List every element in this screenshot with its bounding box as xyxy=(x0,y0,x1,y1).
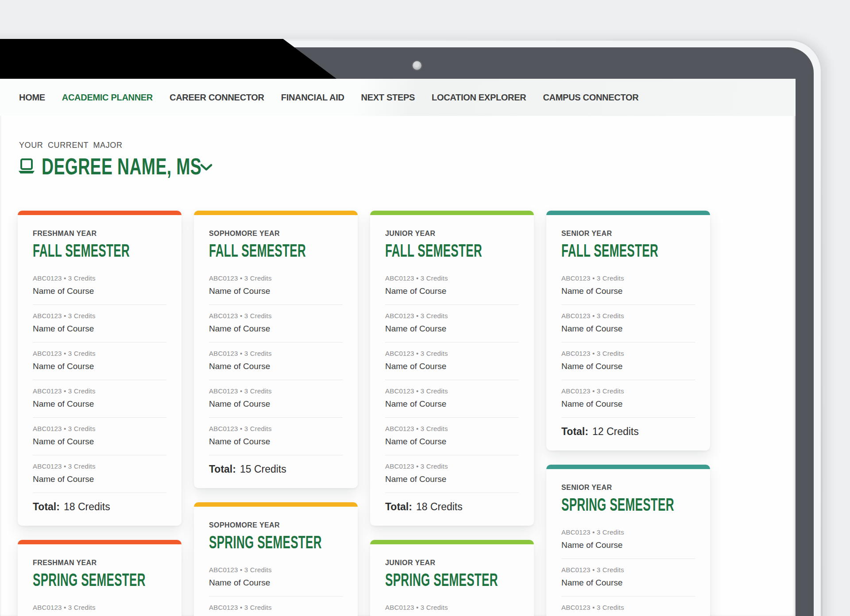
semester-card: FRESHMAN YEAR FALL SEMESTER ABC0123 • 3 … xyxy=(18,211,182,526)
course-item: ABC0123 • 3 CreditsName of Course xyxy=(33,343,166,380)
column-freshman: FRESHMAN YEAR FALL SEMESTER ABC0123 • 3 … xyxy=(18,211,182,616)
card-accent-bar xyxy=(18,540,182,544)
course-code: ABC0123 • 3 Credits xyxy=(209,566,343,574)
card-semester-title: FALL SEMESTER xyxy=(385,241,472,260)
card-year-label: JUNIOR YEAR xyxy=(385,229,519,238)
course-item: ABC0123 • 3 CreditsName of Course xyxy=(561,305,695,343)
card-year-label: SOPHOMORE YEAR xyxy=(209,229,343,238)
card-semester-title: FALL SEMESTER xyxy=(561,241,648,260)
course-name: Name of Course xyxy=(561,286,695,296)
course-name: Name of Course xyxy=(561,578,695,588)
course-item: ABC0123 • 3 CreditsName of Course xyxy=(385,267,519,305)
course-code: ABC0123 • 3 Credits xyxy=(209,312,343,320)
course-code: ABC0123 • 3 Credits xyxy=(33,274,166,282)
total-label: Total: xyxy=(385,501,412,512)
card-accent-bar xyxy=(194,502,358,507)
column-junior: JUNIOR YEAR FALL SEMESTER ABC0123 • 3 Cr… xyxy=(370,211,534,616)
course-code: ABC0123 • 3 Credits xyxy=(385,603,519,612)
course-list: ABC0123 • 3 CreditsName of Course ABC012… xyxy=(561,267,695,418)
course-code: ABC0123 • 3 Credits xyxy=(385,312,519,320)
course-list: ABC0123 • 3 CreditsName of Course ABC012… xyxy=(209,267,343,455)
course-name: Name of Course xyxy=(33,399,166,409)
card-accent-bar xyxy=(546,465,710,469)
course-item: ABC0123 • 3 CreditsName of Course xyxy=(33,418,166,455)
course-code: ABC0123 • 3 Credits xyxy=(561,603,695,612)
card-accent-bar xyxy=(370,211,534,215)
course-name: Name of Course xyxy=(385,399,519,409)
card-accent-bar xyxy=(546,211,710,215)
course-item: ABC0123 • 3 CreditsName of Course xyxy=(561,267,695,305)
course-name: Name of Course xyxy=(561,323,695,334)
course-item: ABC0123 • 3 CreditsName of Course xyxy=(209,559,343,597)
course-name: Name of Course xyxy=(33,474,166,485)
course-name: Name of Course xyxy=(33,323,166,334)
course-item: ABC0123 • 3 CreditsName of Course xyxy=(209,418,343,455)
course-list: ABC0123 • 3 CreditsName of Course ABC012… xyxy=(33,267,166,493)
course-code: ABC0123 • 3 Credits xyxy=(561,528,695,536)
course-code: ABC0123 • 3 Credits xyxy=(33,387,166,395)
course-item: ABC0123 • 3 CreditsName of Course xyxy=(561,559,695,597)
card-year-label: SENIOR YEAR xyxy=(561,229,695,238)
nav-item-career-connector[interactable]: CAREER CONNECTOR xyxy=(170,92,264,103)
card-accent-bar xyxy=(370,540,534,544)
semester-card: SOPHOMORE YEAR FALL SEMESTER ABC0123 • 3… xyxy=(194,211,358,488)
card-semester-title: SPRING SEMESTER xyxy=(385,570,472,589)
card-year-label: SENIOR YEAR xyxy=(561,483,695,492)
course-item: ABC0123 • 3 CreditsName of Course xyxy=(33,380,166,418)
course-item: ABC0123 • 3 CreditsName of Course xyxy=(209,380,343,418)
nav-item-financial-aid[interactable]: FINANCIAL AID xyxy=(281,92,344,103)
card-year-label: JUNIOR YEAR xyxy=(385,558,519,567)
degree-selector[interactable]: DEGREE NAME, MS xyxy=(18,153,264,180)
semester-card: JUNIOR YEAR SPRING SEMESTER ABC0123 • 3 … xyxy=(370,540,534,616)
course-code: ABC0123 • 3 Credits xyxy=(561,349,695,358)
course-item: ABC0123 • 3 CreditsName of Course xyxy=(33,597,166,616)
nav-item-next-steps[interactable]: NEXT STEPS xyxy=(361,92,415,103)
total-value: 15 Credits xyxy=(240,463,286,475)
course-item: ABC0123 • 3 CreditsName of Course xyxy=(33,267,166,305)
course-list: ABC0123 • 3 CreditsName of Course ABC012… xyxy=(385,267,519,493)
total-label: Total: xyxy=(561,426,588,437)
course-name: Name of Course xyxy=(385,323,519,334)
laptop-icon xyxy=(18,158,35,174)
course-name: Name of Course xyxy=(33,286,166,296)
course-item: ABC0123 • 3 CreditsName of Course xyxy=(385,305,519,343)
webcam-icon xyxy=(413,61,421,70)
semester-card: SOPHOMORE YEAR SPRING SEMESTER ABC0123 •… xyxy=(194,502,358,616)
semester-grid: FRESHMAN YEAR FALL SEMESTER ABC0123 • 3 … xyxy=(18,211,710,616)
degree-title: DEGREE NAME, MS xyxy=(42,153,201,180)
card-semester-title: SPRING SEMESTER xyxy=(209,532,296,552)
course-name: Name of Course xyxy=(209,578,343,588)
column-sophomore: SOPHOMORE YEAR FALL SEMESTER ABC0123 • 3… xyxy=(194,211,358,616)
total-row: Total:12 Credits xyxy=(561,418,695,439)
card-semester-title: FALL SEMESTER xyxy=(33,241,120,260)
course-item: ABC0123 • 3 CreditsName of Course xyxy=(209,305,343,343)
semester-card: FRESHMAN YEAR SPRING SEMESTER ABC0123 • … xyxy=(18,540,182,616)
nav-item-home[interactable]: HOME xyxy=(19,92,45,103)
course-code: ABC0123 • 3 Credits xyxy=(561,387,695,395)
course-code: ABC0123 • 3 Credits xyxy=(209,274,343,282)
course-item: ABC0123 • 3 CreditsName of Course xyxy=(209,343,343,380)
course-item: ABC0123 • 3 CreditsName of Course xyxy=(385,597,519,616)
nav-item-academic-planner[interactable]: ACADEMIC PLANNER xyxy=(62,92,153,103)
nav-item-location-explorer[interactable]: LOCATION EXPLORER xyxy=(432,92,526,103)
chevron-down-icon[interactable] xyxy=(200,164,212,173)
course-code: ABC0123 • 3 Credits xyxy=(385,349,519,358)
nav-item-campus-connector[interactable]: CAMPUS CONNECTOR xyxy=(543,92,638,103)
course-list: ABC0123 • 3 CreditsName of Course ABC012… xyxy=(561,521,695,616)
course-code: ABC0123 • 3 Credits xyxy=(561,312,695,320)
course-item: ABC0123 • 3 CreditsName of Course xyxy=(385,418,519,455)
total-value: 18 Credits xyxy=(64,501,110,512)
course-code: ABC0123 • 3 Credits xyxy=(561,274,695,282)
course-item: ABC0123 • 3 CreditsName of Course xyxy=(209,267,343,305)
total-label: Total: xyxy=(209,463,236,475)
course-name: Name of Course xyxy=(385,436,519,447)
course-code: ABC0123 • 3 Credits xyxy=(385,387,519,395)
course-code: ABC0123 • 3 Credits xyxy=(209,387,343,395)
course-list: ABC0123 • 3 CreditsName of Course ABC012… xyxy=(385,597,519,616)
course-item: ABC0123 • 3 CreditsName of Course xyxy=(561,597,695,616)
course-code: ABC0123 • 3 Credits xyxy=(385,424,519,433)
column-senior: SENIOR YEAR FALL SEMESTER ABC0123 • 3 Cr… xyxy=(546,211,710,616)
card-accent-bar xyxy=(18,211,182,215)
card-year-label: FRESHMAN YEAR xyxy=(33,558,166,567)
course-code: ABC0123 • 3 Credits xyxy=(33,603,166,612)
